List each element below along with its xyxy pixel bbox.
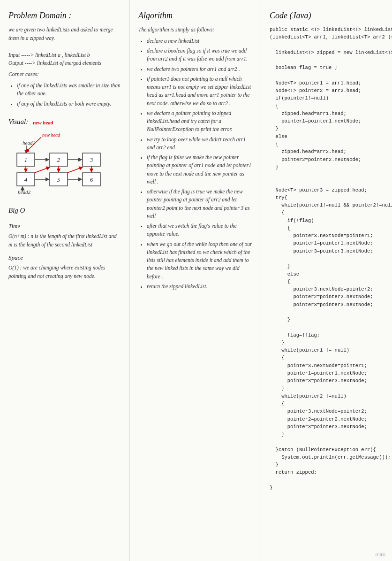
corner-case-2: if any of the linkedLists or both were e… (17, 100, 121, 108)
step-1: declare a boolean flag so if it was true… (147, 47, 252, 63)
svg-text:2: 2 (57, 156, 60, 163)
step-8: after that we switch the flag's value to… (147, 222, 252, 238)
problem-domain-title: Problem Domain : (8, 9, 121, 22)
step-2: we declare two pointers for arr1 and arr… (147, 65, 252, 73)
miro-watermark: miro (376, 552, 385, 557)
page: Problem Domain : we are given two linked… (0, 0, 392, 561)
step-0: declare a new linkedList (147, 37, 252, 45)
big-o-title: Big O (8, 205, 121, 216)
step-4: we declare a pointer pointing to zipped … (147, 109, 252, 134)
step-10: return the zipped linkedList. (147, 283, 252, 291)
corner-cases-list: if one of the linkedLists was smaller in… (8, 82, 121, 108)
corner-cases-title: Corner cases: (8, 70, 121, 79)
time-title: Time (8, 222, 121, 231)
input-output-text: Input -----> linkedList a , linkedList b… (8, 51, 121, 68)
svg-text:4: 4 (24, 176, 28, 183)
intro-text: we are given two linkedLists and asked t… (8, 26, 121, 43)
new-head-label: new head (33, 119, 53, 127)
space-title: Space (8, 253, 121, 262)
visual-title: Visual: (8, 116, 28, 127)
svg-text:3: 3 (90, 156, 93, 163)
code-block: public static <T> linkedList<T> linkedLi… (270, 26, 392, 492)
space-text: O(1) : we are changing where existing no… (8, 264, 121, 281)
svg-text:6: 6 (90, 176, 93, 183)
step-3: if pointer1 does not pointing to a null … (147, 75, 252, 108)
right-column: Code (Java) public static <T> linkedList… (261, 0, 392, 561)
svg-text:new head: new head (42, 132, 60, 138)
mid-column: Algorithm The algorithm is simply as fol… (130, 0, 261, 561)
svg-text:5: 5 (57, 176, 60, 183)
step-7: otherwise if the flag is true we make th… (147, 188, 252, 220)
algorithm-steps: declare a new linkedList declare a boole… (138, 37, 252, 291)
step-9: when we go out of the while loop then on… (147, 240, 252, 281)
left-column: Problem Domain : we are given two linked… (0, 0, 130, 561)
step-5: we try to loop over while we didn't reac… (147, 136, 252, 152)
visual-diagram: head1 1 2 3 4 (13, 131, 121, 196)
corner-case-1: if one of the linkedLists was smaller in… (17, 82, 121, 98)
code-title: Code (Java) (270, 9, 392, 22)
time-text: O(n+m) : n is the length of the first li… (8, 232, 121, 249)
head2-label: head2 (18, 189, 30, 195)
algorithm-title: Algorithm (138, 9, 252, 22)
svg-line-23 (68, 167, 83, 173)
visual-section: Visual: new head head1 1 2 (8, 116, 121, 199)
step-6: if the flag is false we make the new poi… (147, 154, 252, 186)
svg-line-21 (35, 167, 50, 173)
svg-text:1: 1 (24, 156, 28, 163)
algorithm-intro: The algorithm is simply as follows: (138, 26, 252, 34)
